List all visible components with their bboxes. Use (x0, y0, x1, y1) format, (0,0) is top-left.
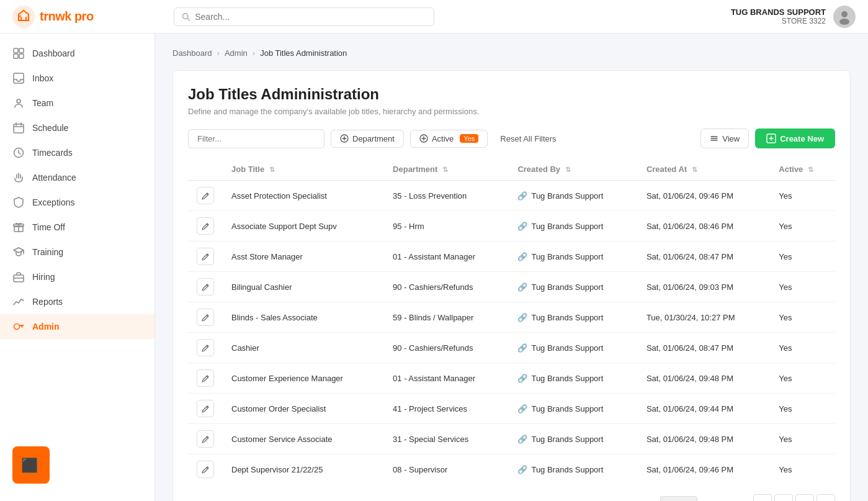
cell-active: Yes (770, 454, 835, 485)
inbox-icon (12, 72, 25, 84)
top-header: ✕ trnwk pro TUG BRANDS SUPPORT STORE 332… (0, 0, 868, 34)
sidebar-label-timecards: Timecards (32, 148, 73, 158)
cell-department: 90 - Cashiers/Refunds (384, 272, 509, 302)
cell-job-title: Dept Supervisor 21/22/25 (223, 454, 384, 485)
view-button[interactable]: View (700, 129, 749, 148)
edit-row-button[interactable] (197, 430, 214, 448)
logo-icon: ✕ (12, 6, 35, 28)
create-new-button[interactable]: Create New (755, 129, 835, 148)
cell-created-at: Sat, 01/06/24, 08:47 PM (638, 333, 770, 363)
edit-row-button[interactable] (197, 461, 214, 478)
breadcrumb-sep-1: › (217, 48, 220, 58)
cell-created-at: Sat, 01/06/24, 09:48 PM (638, 363, 770, 394)
breadcrumb-admin[interactable]: Admin (225, 48, 248, 58)
edit-row-button[interactable] (197, 187, 214, 204)
sidebar-item-timecards[interactable]: Timecards (0, 140, 154, 165)
svg-text:✕: ✕ (18, 14, 22, 19)
col-header-department[interactable]: Department ⇅ (384, 158, 509, 181)
sidebar: Dashboard Inbox Team (0, 34, 155, 501)
svg-line-5 (187, 18, 189, 20)
toolbar: Department Active Yes Reset All Filters (188, 129, 835, 148)
cell-job-title: Blinds - Sales Associate (223, 302, 384, 333)
active-filter-badge: Yes (460, 134, 478, 143)
search-bar[interactable] (174, 7, 434, 26)
cell-active: Yes (770, 181, 835, 211)
sidebar-item-inbox[interactable]: Inbox (0, 66, 154, 91)
active-filter-button[interactable]: Active Yes (410, 130, 488, 148)
sidebar-label-hiring: Hiring (32, 272, 55, 282)
edit-row-button[interactable] (197, 248, 214, 265)
sidebar-label-reports: Reports (32, 297, 63, 307)
page-nav: « ‹ › » (753, 494, 835, 501)
sidebar-item-attendance[interactable]: Attendance (0, 165, 154, 190)
sidebar-item-team[interactable]: Team (0, 91, 154, 115)
sidebar-item-training[interactable]: Training (0, 240, 154, 264)
sidebar-item-dashboard[interactable]: Dashboard (0, 41, 154, 66)
page-prev-button[interactable]: ‹ (774, 494, 793, 501)
page-title: Job Titles Admininistration (188, 86, 835, 103)
cell-created-by: 🔗Tug Brands Support (509, 394, 637, 424)
link-icon: 🔗 (517, 282, 527, 292)
data-table: Job Title ⇅ Department ⇅ Created By ⇅ (188, 158, 835, 484)
logo-text: trnwk pro (40, 9, 94, 24)
hand-icon (12, 171, 25, 184)
page-first-button[interactable]: « (753, 494, 772, 501)
company-name: TUG BRANDS SUPPORT (731, 7, 826, 17)
sidebar-item-admin[interactable]: Admin (0, 314, 154, 339)
department-filter-button[interactable]: Department (331, 130, 404, 148)
reset-filters-button[interactable]: Reset All Filters (494, 130, 562, 147)
cell-department: 31 - Special Services (384, 424, 509, 454)
table-row: Customer Order Specialist 41 - Project S… (188, 394, 835, 424)
col-header-edit (188, 158, 223, 181)
table-row: Dept Supervisor 21/22/25 08 - Supervisor… (188, 454, 835, 485)
svg-point-6 (841, 11, 848, 17)
cell-created-at: Sat, 01/06/24, 09:48 PM (638, 424, 770, 454)
key-icon (12, 320, 25, 333)
page-next-button[interactable]: › (795, 494, 814, 501)
sidebar-item-exceptions[interactable]: Exceptions (0, 190, 154, 215)
cell-created-by: 🔗Tug Brands Support (509, 424, 637, 454)
sidebar-item-time-off[interactable]: Time Off (0, 215, 154, 240)
page-card: Job Titles Admininistration Define and m… (172, 70, 851, 501)
cell-created-at: Sat, 01/06/24, 09:46 PM (638, 181, 770, 211)
cell-created-by: 🔗Tug Brands Support (509, 181, 637, 211)
sidebar-label-schedule: Schedule (32, 123, 68, 133)
filter-input[interactable] (188, 129, 324, 148)
edit-row-button[interactable] (197, 400, 214, 417)
cell-active: Yes (770, 363, 835, 394)
cell-job-title: Customer Service Associate (223, 424, 384, 454)
edit-row-button[interactable] (197, 217, 214, 235)
table-row: Asset Protection Specialist 35 - Loss Pr… (188, 181, 835, 211)
sidebar-item-schedule[interactable]: Schedule (0, 115, 154, 140)
search-input[interactable] (195, 12, 426, 22)
create-new-label: Create New (780, 134, 824, 143)
edit-row-button[interactable] (197, 369, 214, 387)
sort-icon-created-by: ⇅ (565, 166, 571, 173)
link-icon: 🔗 (517, 191, 527, 201)
clock-icon (12, 147, 25, 159)
sidebar-item-hiring[interactable]: Hiring (0, 264, 154, 289)
sidebar-label-admin: Admin (32, 322, 60, 332)
avatar[interactable] (833, 6, 856, 28)
table-row: Customer Experience Manager 01 - Assista… (188, 363, 835, 394)
edit-row-button[interactable] (197, 309, 214, 326)
plus-circle-icon (340, 134, 349, 143)
col-header-created-at[interactable]: Created At ⇅ (638, 158, 770, 181)
sidebar-item-reports[interactable]: Reports (0, 289, 154, 314)
cell-department: 01 - Assistant Manager (384, 363, 509, 394)
svg-text:⬛: ⬛ (21, 457, 38, 474)
breadcrumb-dashboard[interactable]: Dashboard (172, 48, 212, 58)
edit-row-button[interactable] (197, 278, 214, 296)
cell-job-title: Customer Experience Manager (223, 363, 384, 394)
sidebar-label-attendance: Attendance (32, 173, 76, 183)
table-row: Bilingual Cashier 90 - Cashiers/Refunds … (188, 272, 835, 302)
link-icon: 🔗 (517, 252, 527, 261)
col-header-created-by[interactable]: Created By ⇅ (509, 158, 637, 181)
rows-per-page-select[interactable]: 102550100 (660, 496, 697, 502)
col-header-job-title[interactable]: Job Title ⇅ (223, 158, 384, 181)
edit-row-button[interactable] (197, 339, 214, 356)
brand-logo-bottom: ⬛ (12, 446, 50, 484)
col-header-active[interactable]: Active ⇅ (770, 158, 835, 181)
page-info: Page 1 of 5 (705, 499, 746, 502)
page-last-button[interactable]: » (817, 494, 835, 501)
